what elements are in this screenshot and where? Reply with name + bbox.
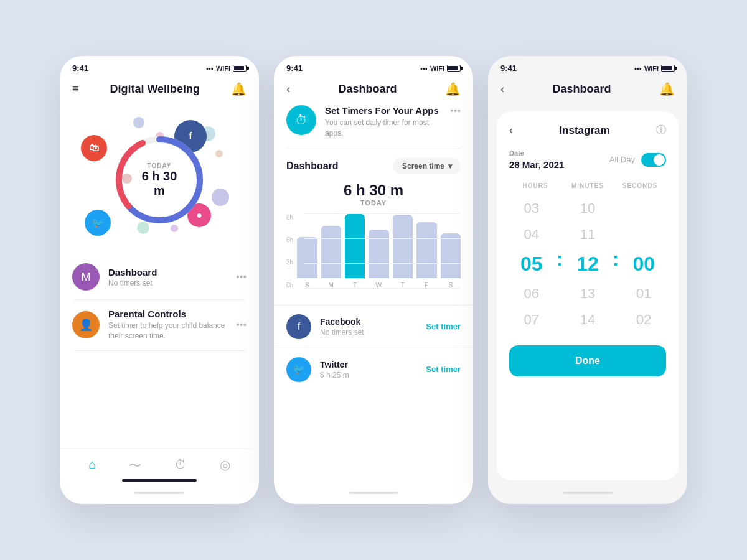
signal-icon3: ▪▪▪: [634, 65, 642, 72]
sec-01[interactable]: 01: [621, 281, 666, 307]
nav-wave[interactable]: 〜: [129, 457, 141, 474]
hour-04[interactable]: 04: [509, 222, 554, 248]
sec-02[interactable]: 02: [621, 307, 666, 333]
circle-label: TODAY: [134, 162, 184, 169]
dashboard-info: Dashboard No timers set: [108, 267, 236, 287]
bar-col-t2: T: [393, 214, 413, 289]
screen-time-label: Screen time: [402, 162, 444, 170]
minutes-col: 10 11 12 13 14: [565, 195, 610, 333]
instagram-card: ‹ Instagram ⓘ Date 28 Mar, 2021 All Day: [497, 111, 679, 480]
screen-time-chevron: ▾: [448, 162, 452, 170]
min-10[interactable]: 10: [565, 195, 610, 222]
phone2: 9:41 ▪▪▪ WiFi ‹ Dashboard 🔔 ⏱ Set Timers…: [274, 56, 473, 504]
bar-w: [369, 230, 388, 278]
circle-area: f 🛍 🐦 ● TODAY 6 h 30 m: [66, 105, 253, 254]
bar-col-t1[interactable]: T: [345, 214, 365, 289]
dashboard-dots-menu[interactable]: •••: [236, 271, 247, 282]
facebook-sub: No timers set: [320, 328, 426, 337]
app-entry-facebook: f Facebook No timers set Set timer: [274, 305, 473, 348]
set-timer-twitter[interactable]: Set timer: [426, 365, 461, 374]
app-entry-twitter: 🐦 Twitter 6 h 25 m Set timer: [274, 348, 473, 391]
facebook-name: Facebook: [320, 317, 426, 327]
dashboard-label: Dashboard: [286, 161, 339, 172]
set-timer-facebook[interactable]: Set timer: [426, 322, 461, 331]
all-day-toggle[interactable]: [641, 153, 666, 167]
nav-target[interactable]: ◎: [220, 457, 230, 474]
insta-back-arrow[interactable]: ‹: [509, 124, 513, 137]
phone2-header: ‹ Dashboard 🔔: [274, 77, 473, 105]
back-arrow2[interactable]: ‹: [286, 83, 290, 96]
facebook-list-icon: f: [286, 314, 311, 339]
min-12-selected[interactable]: 12: [565, 248, 610, 281]
screen-time-button[interactable]: Screen time ▾: [393, 158, 461, 174]
y-label-0h: 0h: [286, 282, 293, 289]
dashboard-icon: M: [72, 263, 100, 291]
y-label-6h: 6h: [286, 236, 293, 243]
promo-sub: You can set daily timer for most apps.: [325, 118, 441, 139]
bell-icon2[interactable]: 🔔: [445, 82, 461, 96]
phone1-time: 9:41: [72, 63, 88, 73]
all-day-section: All Day: [609, 153, 666, 167]
phone3: 9:41 ▪▪▪ WiFi ‹ Dashboard 🔔 ‹ Instagram …: [488, 56, 687, 504]
seconds-col: 00 00 00 01 02: [621, 195, 666, 333]
dot: [133, 117, 144, 128]
promo-icon: ⏱: [286, 105, 316, 135]
dashboard-name: Dashboard: [108, 267, 236, 278]
sec-00-selected[interactable]: 00: [621, 248, 666, 281]
parental-info: Parental Controls Set timer to help your…: [108, 309, 236, 342]
facebook-info: Facebook No timers set: [320, 317, 426, 337]
battery-icon: [233, 65, 247, 72]
chart-bars-area: 0h 3h 6h 8h S: [286, 214, 461, 289]
wifi-icon3: WiFi: [644, 65, 659, 72]
insta-header: ‹ Instagram ⓘ: [509, 124, 666, 137]
hour-03[interactable]: 03: [509, 195, 554, 222]
twitter-icon-float[interactable]: 🐦: [85, 210, 111, 236]
list-item-parental[interactable]: 👤 Parental Controls Set timer to help yo…: [72, 300, 247, 351]
bar-s1: [297, 237, 317, 278]
bell-icon[interactable]: 🔔: [231, 82, 247, 96]
hours-col-label: HOURS: [509, 182, 561, 189]
hour-07[interactable]: 07: [509, 307, 554, 333]
phone1-header: ≡ Digital Wellbeing 🔔: [60, 77, 259, 105]
min-14[interactable]: 14: [565, 307, 610, 333]
phone1: 9:41 ▪▪▪ WiFi ≡ Digital Wellbeing 🔔: [60, 56, 259, 504]
menu-icon[interactable]: ≡: [72, 83, 79, 96]
phone2-time: 9:41: [286, 63, 303, 73]
min-13[interactable]: 13: [565, 281, 610, 307]
nav-indicator: [122, 479, 197, 482]
date-value: 28 Mar, 2021: [509, 159, 564, 170]
date-info: Date 28 Mar, 2021: [509, 149, 564, 170]
done-button[interactable]: Done: [509, 345, 666, 376]
bottom-handle2: [349, 492, 398, 494]
circle-center: TODAY 6 h 30 m: [134, 162, 184, 198]
bar-t1-active: [345, 214, 365, 278]
nav-clock[interactable]: ⏱: [174, 457, 187, 474]
bar-m: [321, 226, 341, 278]
bar-col-f: F: [416, 214, 436, 289]
separator-1: :: [554, 248, 566, 271]
phone1-status-bar: 9:41 ▪▪▪ WiFi: [60, 56, 259, 77]
time-col-headers: HOURS MINUTES SECONDS: [509, 182, 666, 189]
all-day-label: All Day: [609, 155, 635, 164]
phone2-status-icons: ▪▪▪ WiFi: [420, 65, 461, 72]
parental-name: Parental Controls: [108, 309, 236, 319]
nav-home[interactable]: ⌂: [88, 457, 96, 474]
list-item-dashboard[interactable]: M Dashboard No timers set •••: [72, 254, 247, 300]
shopee-icon[interactable]: 🛍: [81, 135, 107, 161]
min-11[interactable]: 11: [565, 222, 610, 248]
date-row: Date 28 Mar, 2021 All Day: [509, 149, 666, 170]
date-label: Date: [509, 149, 564, 157]
insta-info-icon[interactable]: ⓘ: [656, 124, 666, 137]
bell-icon3[interactable]: 🔔: [659, 82, 675, 96]
parental-dots-menu[interactable]: •••: [236, 319, 247, 330]
back-arrow3[interactable]: ‹: [500, 83, 504, 96]
grid-line-3: [304, 213, 461, 214]
dot: [215, 150, 223, 157]
phones-container: 9:41 ▪▪▪ WiFi ≡ Digital Wellbeing 🔔: [35, 31, 712, 529]
promo-dots[interactable]: •••: [450, 105, 461, 116]
hour-06[interactable]: 06: [509, 281, 554, 307]
phone3-status-bar: 9:41 ▪▪▪ WiFi: [488, 56, 687, 77]
wifi-icon: WiFi: [216, 65, 230, 72]
bar-col-s1: S: [297, 214, 317, 289]
hour-05-selected[interactable]: 05: [509, 248, 554, 281]
